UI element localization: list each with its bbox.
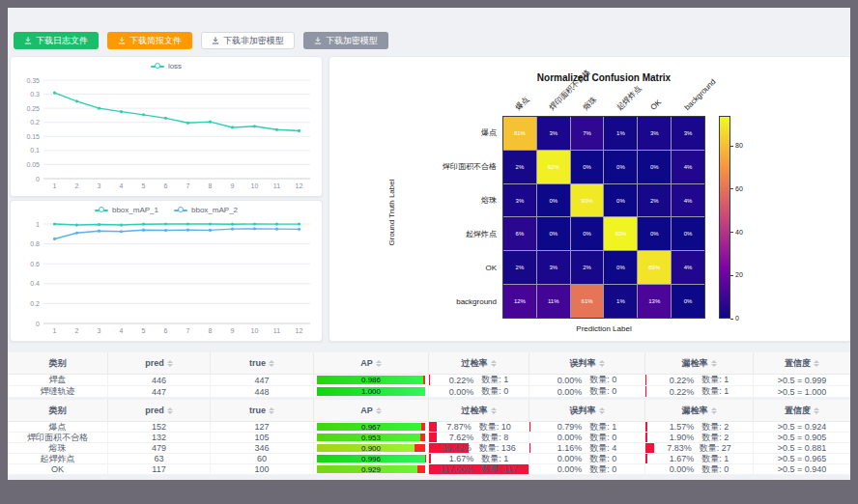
- ap-cell: 0.929: [314, 464, 429, 475]
- sort-caret-icon[interactable]: [167, 360, 173, 367]
- legend-item-loss[interactable]: loss: [151, 62, 182, 70]
- column-header-置信度[interactable]: 置信度: [754, 400, 850, 422]
- matrix-cell-3-3: 93%: [604, 217, 637, 250]
- download-report-button[interactable]: 下载简报文件: [107, 32, 192, 49]
- sort-caret-icon[interactable]: [376, 407, 382, 414]
- legend-label: loss: [168, 62, 182, 70]
- miss-detection-rate: 0.22%: [670, 387, 695, 397]
- over-detection-bar: [429, 422, 437, 432]
- sort-caret-icon[interactable]: [376, 360, 382, 367]
- sort-caret-icon[interactable]: [167, 407, 173, 414]
- data-point: [120, 230, 123, 233]
- legend-item-bbox_mAP_2[interactable]: bbox_mAP_2: [174, 206, 238, 214]
- sort-caret-icon[interactable]: [711, 360, 717, 367]
- sort-caret-icon[interactable]: [269, 360, 274, 367]
- ap-cell: 0.953: [314, 433, 429, 443]
- data-point: [275, 223, 278, 226]
- data-point: [231, 228, 234, 231]
- column-header-true[interactable]: true: [211, 352, 314, 375]
- miss-detection-bar: [645, 443, 654, 453]
- data-point: [209, 222, 212, 225]
- matrix-cell-1-3: 0%: [604, 151, 637, 183]
- column-header-过检率[interactable]: 过检率: [429, 400, 529, 422]
- column-header-true[interactable]: true: [211, 400, 314, 422]
- sort-caret-icon[interactable]: [491, 360, 497, 367]
- data-point: [120, 110, 123, 113]
- miss-detection-cell: 1.90%数量: 2: [645, 433, 754, 443]
- false-judge-rate: 0.00%: [558, 454, 583, 463]
- column-header-置信度[interactable]: 置信度: [754, 352, 850, 375]
- legend-item-bbox_mAP_1[interactable]: bbox_mAP_1: [95, 206, 158, 214]
- sort-caret-icon[interactable]: [711, 407, 717, 414]
- sort-caret-icon[interactable]: [814, 407, 819, 414]
- column-header-漏检率[interactable]: 漏检率: [645, 352, 754, 375]
- data-point: [186, 222, 189, 225]
- miss-detection-rate: 7.83%: [667, 443, 692, 453]
- download-unencrypted-model-button[interactable]: 下载非加密模型: [201, 32, 295, 49]
- ap-bar: 0.929: [317, 465, 425, 473]
- legend-marker-dot-icon: [99, 207, 104, 212]
- matrix-cell-4-3: 0%: [604, 251, 637, 284]
- data-point: [231, 223, 234, 226]
- x-tick-label: 1: [53, 182, 57, 189]
- colorbar-tick-mark: [730, 275, 733, 276]
- colorbar-tick-mark: [730, 146, 733, 147]
- ap-bar: 1.000: [317, 387, 425, 396]
- sort-caret-icon[interactable]: [269, 407, 274, 414]
- column-header-pred[interactable]: pred: [108, 352, 211, 375]
- confidence-cell: >0.5 = 0.999: [754, 375, 850, 386]
- table-row: 熔珠4793460.90039.42%数量: 1361.16%数量: 47.83…: [8, 443, 850, 454]
- sort-caret-icon[interactable]: [599, 407, 605, 414]
- confusion-matrix-xlabel: Prediction Label: [430, 324, 778, 333]
- matrix-cell-5-0: 12%: [503, 285, 536, 318]
- column-header-AP[interactable]: AP: [314, 400, 429, 422]
- data-point: [209, 121, 212, 124]
- download-encrypted-model-button[interactable]: 下载加密模型: [303, 32, 388, 49]
- sort-caret-icon[interactable]: [599, 360, 605, 367]
- x-tick-label: 11: [273, 182, 280, 189]
- over-detection-bar: [429, 433, 437, 442]
- false-judge-count: 数量: 0: [589, 454, 616, 464]
- false-judge-bar: [529, 422, 530, 432]
- download-log-button[interactable]: 下载日志文件: [14, 32, 99, 49]
- confidence-cell: >0.5 = 0.940: [754, 464, 850, 475]
- column-header-pred[interactable]: pred: [108, 400, 211, 422]
- matrix-cell-4-2: 2%: [571, 251, 604, 284]
- column-header-误判率[interactable]: 误判率: [529, 352, 645, 375]
- over-detection-cell: 0.22%数量: 1: [429, 375, 529, 386]
- column-header-误判率[interactable]: 误判率: [529, 400, 645, 422]
- false-judge-rate: 0.00%: [558, 433, 583, 442]
- category-cell: 焊印面积不合格: [8, 433, 108, 443]
- column-header-过检率[interactable]: 过检率: [429, 352, 529, 375]
- false-judge-count: 数量: 0: [589, 375, 616, 386]
- column-header-漏检率[interactable]: 漏检率: [645, 400, 754, 422]
- category-cell: 焊盘: [8, 375, 108, 386]
- matrix-row-label: 爆点: [329, 128, 497, 137]
- summary-table-2: 类别predtrueAP过检率误判率漏检率置信度爆点1521270.9677.8…: [8, 400, 850, 475]
- ap-value: 0.996: [317, 455, 425, 462]
- data-point: [75, 223, 78, 226]
- sort-caret-icon[interactable]: [491, 407, 497, 414]
- table-row: 焊印面积不合格1321050.9537.62%数量: 80.00%数量: 01.…: [8, 433, 850, 443]
- data-point: [53, 92, 56, 95]
- download-encrypted-model-button-label: 下载加密模型: [326, 37, 378, 45]
- true-cell: 448: [211, 386, 314, 398]
- over-detection-cell: 7.62%数量: 8: [429, 433, 529, 443]
- over-detection-cell: 7.87%数量: 10: [429, 422, 529, 433]
- false-judge-cell: 0.00%数量: 0: [529, 433, 645, 443]
- x-tick-label: 8: [209, 182, 213, 189]
- matrix-row-label: 熔珠: [329, 196, 497, 205]
- confidence-cell: >0.5 = 0.881: [754, 443, 850, 454]
- data-point: [98, 107, 100, 110]
- sort-caret-icon[interactable]: [814, 360, 819, 367]
- x-tick-label: 12: [296, 327, 303, 334]
- loss-chart-legend: loss: [11, 62, 322, 70]
- column-header-label: pred: [145, 358, 164, 368]
- column-header-AP[interactable]: AP: [314, 352, 429, 375]
- ap-cell: 0.986: [314, 375, 429, 386]
- y-tick-label: 0.25: [26, 105, 40, 112]
- miss-detection-count: 数量: 2: [701, 433, 729, 443]
- matrix-cell-1-1: 92%: [537, 151, 570, 183]
- matrix-col-label: OK: [648, 98, 663, 112]
- confusion-matrix-title: Normalized Confusion Matrix: [430, 72, 778, 83]
